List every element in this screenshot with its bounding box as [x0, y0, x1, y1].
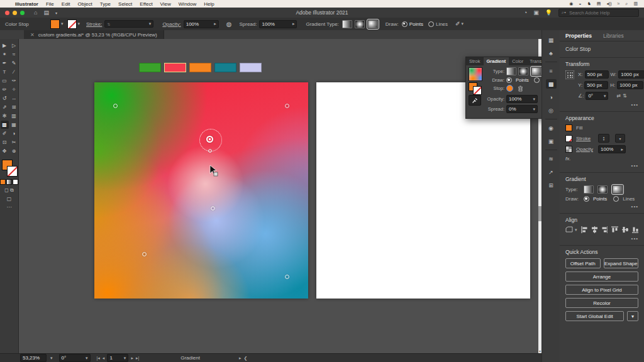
offset-path-button[interactable]: Offset Path [565, 258, 601, 268]
dock-graphic-styles-icon[interactable]: ▣ [546, 136, 557, 146]
appearance-stroke-label[interactable]: Stroke [576, 136, 596, 141]
freeform-options-icon[interactable]: ✐ [455, 21, 460, 27]
lasso-tool[interactable]: ≈ [10, 50, 18, 58]
scale-tool[interactable]: ⇗ [1, 103, 9, 111]
gradient-type-linear-button[interactable] [342, 20, 352, 28]
menu-edit[interactable]: Edit [58, 1, 74, 7]
zoom-level-field[interactable]: 53,23% [20, 354, 47, 362]
props-lines-label[interactable]: Lines [623, 196, 635, 202]
panel-lines-radio[interactable] [534, 77, 540, 83]
props-points-label[interactable]: Points [593, 196, 607, 202]
chip-teal[interactable] [214, 63, 236, 72]
artboard-tool[interactable]: ⊡ [1, 138, 9, 146]
props-lines-radio[interactable] [613, 196, 619, 202]
dock-gradient-icon[interactable]: ▩ [546, 79, 557, 89]
gradient-type-radial-button[interactable] [355, 20, 365, 28]
props-freeform-button[interactable] [613, 185, 623, 194]
panel-spread-field[interactable]: 0%▾ [506, 105, 538, 113]
chip-red[interactable] [164, 63, 186, 72]
screen-mode-icon[interactable]: ▢ [7, 196, 12, 202]
macos-status-icons[interactable]: ◉ ◒ ♞ ▤ ◂)) ≈ ⌕ ▥ [569, 1, 644, 6]
align-to-dropdown[interactable]: ▾ [565, 226, 577, 233]
curvature-tool[interactable]: ✎ [10, 59, 18, 67]
color-button[interactable] [0, 179, 6, 185]
fill-color-swatch[interactable] [50, 19, 60, 29]
stroke-swatch[interactable] [7, 166, 18, 177]
status-play-icon[interactable]: ▸ [239, 356, 242, 361]
tab-properties[interactable]: Properties [560, 33, 597, 39]
align-to-pixel-grid-button[interactable]: Align to Pixel Grid [565, 285, 638, 295]
panel-linear-button[interactable] [506, 67, 516, 75]
w-field[interactable]: 1000 px [618, 70, 644, 79]
menu-help[interactable]: Help [200, 1, 218, 7]
pencil-tool[interactable]: ✏ [1, 85, 9, 94]
gradient-more-icon[interactable]: ••• [565, 204, 638, 209]
blend-tool[interactable]: ◑ [10, 129, 18, 138]
last-artboard-icon[interactable]: ▸| [136, 356, 139, 361]
dock-export-icon[interactable]: ↗ [546, 167, 557, 177]
stroke-color-swatch[interactable] [67, 19, 77, 29]
expand-shape-button[interactable]: Expand Shape [604, 258, 639, 268]
gradient-stop-point[interactable] [142, 252, 147, 256]
appearance-more-icon[interactable]: ••• [565, 163, 638, 168]
first-artboard-icon[interactable]: |◂ [97, 356, 100, 361]
y-field[interactable]: 500 px [584, 81, 608, 89]
opacity-label[interactable]: Opacity: [162, 21, 180, 27]
freeform-options-chevron-icon[interactable]: ▾ [462, 21, 464, 26]
chip-orange[interactable] [189, 63, 211, 72]
stroke-stepper-icon[interactable]: ⇅ [107, 22, 110, 26]
slice-tool[interactable]: ✂ [10, 138, 18, 146]
align-bottom-icon[interactable] [632, 226, 638, 233]
selection-tool[interactable]: ▶ [1, 41, 9, 50]
next-artboard-icon[interactable]: ▸ [131, 356, 133, 361]
angle-field[interactable]: 0°▾ [586, 92, 608, 100]
gradient-stop-point[interactable] [285, 275, 289, 279]
recolor-artwork-icon[interactable]: ◍ [226, 21, 232, 28]
close-tab-icon[interactable]: ✕ [30, 32, 35, 38]
width-tool[interactable]: ↔ [10, 94, 18, 102]
appearance-opacity-label[interactable]: Opacity [576, 146, 596, 152]
stroke-chevron-icon[interactable]: ▾ [78, 21, 80, 26]
props-radial-button[interactable] [597, 185, 608, 194]
rotate-tool[interactable]: ↺ [1, 94, 9, 102]
dock-transparency-icon[interactable]: ◎ [546, 106, 557, 115]
eyedropper-button[interactable] [469, 95, 481, 106]
spread-field[interactable]: 100%▸ [259, 20, 297, 28]
direct-selection-tool[interactable]: ▷ [10, 41, 18, 50]
shaper-tool[interactable]: ✧ [10, 85, 18, 94]
panel-points-radio[interactable] [506, 77, 512, 83]
free-transform-tool[interactable]: ⊞ [10, 103, 18, 111]
arrange-button[interactable]: Arrange [565, 272, 638, 282]
rectangle-tool[interactable]: ▭ [1, 77, 9, 85]
menu-object[interactable]: Object [74, 1, 96, 7]
tab-libraries[interactable]: Libraries [597, 33, 630, 39]
panel-fill-stroke[interactable] [469, 82, 482, 94]
dock-layers-icon[interactable]: ≋ [546, 154, 557, 163]
dock-artboards-icon[interactable]: ⊞ [546, 180, 557, 190]
align-more-icon[interactable]: ••• [565, 236, 638, 241]
tab-gradient[interactable]: Gradient [484, 57, 509, 65]
opacity-icon[interactable] [565, 146, 572, 153]
draw-modes-icon[interactable]: ◻ ⧉ [4, 187, 14, 194]
column-graph-tool[interactable]: ▥ [10, 112, 18, 120]
fx-button[interactable]: fx. [565, 156, 570, 162]
panel-freeform-button[interactable] [531, 67, 541, 75]
menu-select[interactable]: Select [114, 1, 136, 7]
panel-opacity-field[interactable]: 100%▾ [506, 95, 538, 103]
start-global-edit-button[interactable]: Start Global Edit [565, 311, 624, 321]
align-left-icon[interactable] [581, 226, 587, 233]
zoom-tool[interactable]: ⊕ [10, 147, 18, 155]
align-top-icon[interactable] [611, 226, 618, 233]
opacity-field[interactable]: 100%▸ [184, 20, 219, 28]
draw-lines-radio[interactable] [428, 21, 434, 27]
stop-color-swatch[interactable] [506, 85, 513, 92]
recolor-button[interactable]: Recolor [565, 298, 638, 308]
panel-radial-button[interactable] [518, 67, 528, 75]
dock-color-guide-icon[interactable]: ◑ [546, 92, 557, 102]
appearance-stroke-swatch[interactable] [565, 135, 572, 142]
delete-stop-trash-icon[interactable] [518, 85, 523, 92]
props-points-radio[interactable] [584, 196, 589, 202]
dock-appearance-icon[interactable]: ◉ [546, 123, 557, 133]
eyedropper-tool[interactable]: ✐ [1, 129, 9, 138]
paintbrush-tool[interactable]: ✑ [10, 77, 18, 85]
